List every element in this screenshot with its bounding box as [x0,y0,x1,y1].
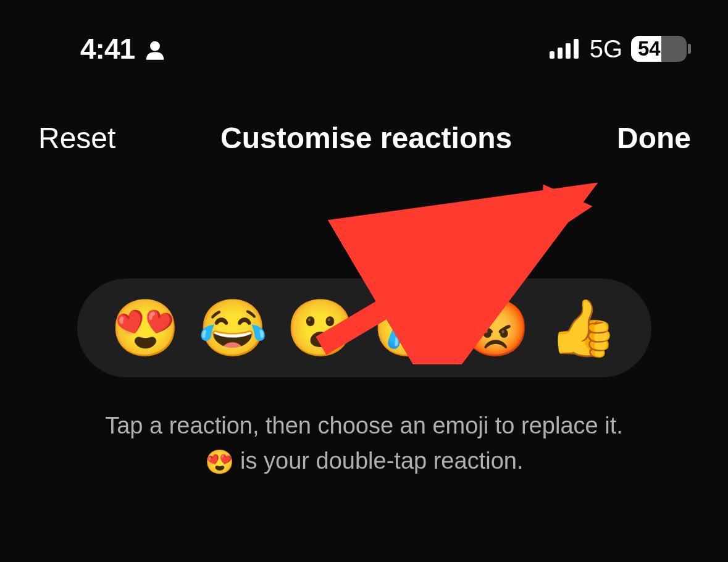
svg-marker-3 [534,179,596,241]
status-right: 5G 54 [550,35,691,63]
help-line-1: Tap a reaction, then choose an emoji to … [105,413,623,438]
help-line-2: is your double-tap reaction. [234,448,524,474]
reaction-slot-3[interactable]: 😮 [286,300,355,356]
reaction-slot-4[interactable]: 😢 [373,300,442,356]
reaction-slot-2[interactable]: 😂 [198,300,267,356]
status-bar: 4:41 5G 54 [0,0,728,65]
done-button[interactable]: Done [617,121,691,155]
profile-icon [143,38,167,62]
battery-indicator: 54 [631,36,691,62]
reactions-picker: 😍 😂 😮 😢 😡 👍 [77,279,651,377]
help-text: Tap a reaction, then choose an emoji to … [0,408,728,480]
signal-icon [550,39,579,59]
reset-button[interactable]: Reset [38,121,115,155]
reaction-slot-1[interactable]: 😍 [111,300,180,356]
battery-percent: 54 [631,37,687,61]
page-title: Customise reactions [220,121,512,155]
reaction-slot-5[interactable]: 😡 [461,300,530,356]
svg-point-0 [150,41,160,51]
nav-bar: Reset Customise reactions Done [0,65,728,155]
reaction-slot-6[interactable]: 👍 [548,300,617,356]
status-time: 4:41 [80,32,135,65]
status-left: 4:41 [80,32,167,65]
network-label: 5G [590,35,622,63]
help-inline-emoji: 😍 [205,449,234,475]
